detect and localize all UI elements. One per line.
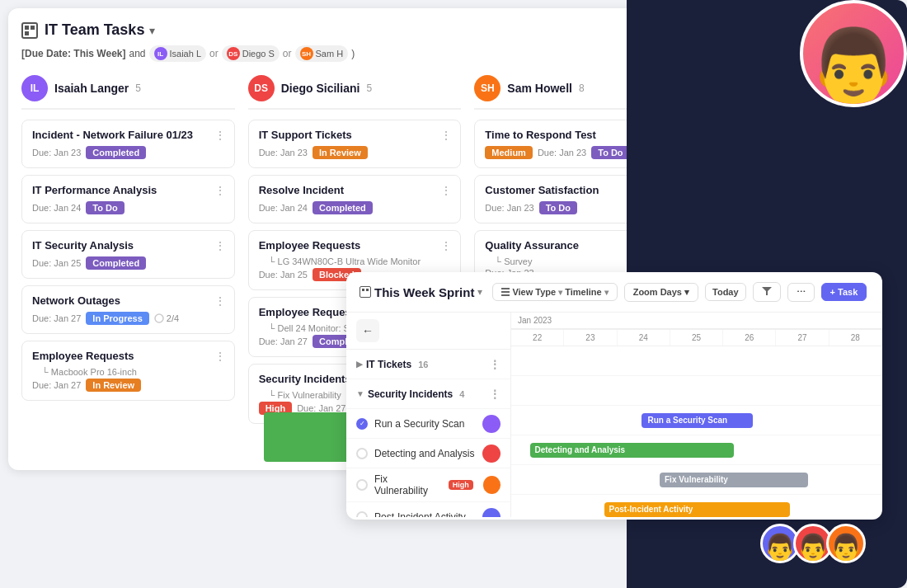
task-meta: Due: Jan 23 Completed <box>32 146 224 159</box>
avatar-isaiah: IL <box>21 75 48 101</box>
task-check-done[interactable]: ✓ <box>356 418 368 430</box>
gantt-row-detecting: Detecting and Analysis <box>511 435 882 465</box>
gantt-chevron[interactable]: ▾ <box>477 286 482 298</box>
task-more-icon[interactable]: ⋮ <box>214 294 226 308</box>
task-check[interactable] <box>356 448 368 459</box>
svg-rect-4 <box>362 289 364 291</box>
more-button[interactable]: ⋯ <box>787 283 815 302</box>
column-count-sam: 8 <box>579 82 585 94</box>
filter-text: [Due Date: This Week] <box>21 48 125 59</box>
assignee-avatar <box>483 476 500 494</box>
svg-rect-5 <box>366 289 369 291</box>
status-badge: In Review <box>313 146 368 159</box>
filter-button[interactable] <box>753 282 781 302</box>
gantt-bar-fix-vuln: Fix Vulnerability <box>660 473 808 487</box>
svg-rect-7 <box>501 291 510 293</box>
add-task-button[interactable]: + Task <box>821 283 867 301</box>
task-title: Employee Requests <box>32 350 224 362</box>
due-label: Due: Jan 23 <box>538 148 586 158</box>
assignee-avatar <box>482 415 500 433</box>
zoom-button[interactable]: Zoom Days ▾ <box>624 283 698 302</box>
due-label: Due: Jan 27 <box>259 336 308 346</box>
due-label: Due: Jan 23 <box>259 148 308 158</box>
task-card: IT Support Tickets Due: Jan 23 In Review… <box>248 120 462 168</box>
gantt-group-security[interactable]: ▼ Security Incidents 4 ⋮ <box>346 379 510 409</box>
task-card: Incident - Network Failure 01/23 Due: Ja… <box>21 120 235 168</box>
due-label: Due: Jan 24 <box>32 203 81 213</box>
board-title: IT Team Tasks <box>45 21 144 39</box>
gantt-task-item: Post-Incident Activity <box>346 502 510 517</box>
task-check[interactable] <box>356 479 368 491</box>
profile-avatar-emoji: 👨 <box>807 30 900 104</box>
task-subtitle: └ LG 34WN80C-B Ultra Wide Monitor <box>259 256 451 266</box>
due-label: Due: Jan 27 <box>32 380 81 390</box>
status-badge: Completed <box>86 146 146 159</box>
task-name: Detecting and Analysis <box>374 448 474 459</box>
avatar-il: IL <box>154 47 167 60</box>
task-card: Network Outages Due: Jan 27 In Progress … <box>21 285 235 334</box>
due-label: Due: Jan 25 <box>32 258 81 268</box>
date-23: 23 <box>564 330 617 346</box>
expand-icon: ▼ <box>356 389 364 398</box>
group-more-icon[interactable]: ⋮ <box>489 388 500 401</box>
task-more-icon[interactable]: ⋮ <box>214 239 226 252</box>
task-more-icon[interactable]: ⋮ <box>440 129 452 142</box>
filter-user-1: IL Isaiah L <box>149 45 207 62</box>
bottom-avatar-3-emoji: 👨 <box>829 534 862 561</box>
svg-point-3 <box>155 314 163 322</box>
today-button[interactable]: Today <box>705 283 746 301</box>
group-name: Security Incidents <box>368 388 453 400</box>
task-check[interactable] <box>356 511 368 518</box>
gantt-controls: View Type ▾ Timeline ▾ Zoom Days ▾ Today… <box>492 282 867 302</box>
board-icon <box>21 22 38 39</box>
group-more-icon[interactable]: ⋮ <box>489 358 500 371</box>
date-27: 27 <box>776 330 829 346</box>
task-meta: Due: Jan 27 In Progress 2/4 <box>32 312 224 325</box>
gantt-days-header: 22 23 24 25 26 27 28 <box>511 330 882 346</box>
status-badge: To Do <box>539 201 577 214</box>
task-meta: Due: Jan 27 In Review <box>32 379 224 392</box>
board-header: IT Team Tasks ▾ <box>21 21 688 39</box>
task-more-icon[interactable]: ⋮ <box>440 239 452 252</box>
task-card: IT Performance Analysis Due: Jan 24 To D… <box>21 175 235 223</box>
due-label: Due: Jan 23 <box>32 148 81 158</box>
gantt-date-header: Jan 2023 <box>511 313 882 330</box>
date-26: 26 <box>723 330 776 346</box>
task-title: Network Outages <box>32 294 224 307</box>
priority-badge: High <box>449 480 473 490</box>
status-badge: To Do <box>86 201 124 214</box>
view-type-button[interactable]: View Type ▾ Timeline ▾ <box>492 283 617 301</box>
task-more-icon[interactable]: ⋮ <box>214 184 226 197</box>
gantt-bar-security-scan: Run a Security Scan <box>641 413 753 428</box>
column-isaiah: IL Isaiah Langer 5 Incident - Network Fa… <box>21 75 235 453</box>
back-arrow-button[interactable]: ← <box>356 319 379 342</box>
gantt-group-it-tickets[interactable]: ▶ IT Tickets 16 ⋮ <box>346 350 510 379</box>
task-card: Resolve Incident Due: Jan 24 Completed ⋮ <box>248 175 462 223</box>
task-title: IT Security Analysis <box>32 239 224 252</box>
column-name-sam: Sam Howell <box>507 82 572 95</box>
task-more-icon[interactable]: ⋮ <box>214 129 226 142</box>
task-meta: Due: Jan 25 Completed <box>32 256 224 270</box>
due-label: Due: Jan 25 <box>259 270 308 280</box>
due-label: Due: Jan 23 <box>485 203 533 213</box>
profile-photo: 👨 <box>800 0 907 107</box>
board-title-chevron[interactable]: ▾ <box>149 24 155 37</box>
avatar-diego: DS <box>248 75 275 101</box>
svg-rect-8 <box>501 294 510 296</box>
column-header-diego: DS Diego Siciliani 5 <box>248 75 462 110</box>
gantt-row-it-tickets <box>511 346 882 376</box>
column-name-diego: Diego Siciliani <box>281 82 360 95</box>
gantt-tasks-list: ← ▶ IT Tickets 16 ⋮ ▼ Security Incidents… <box>346 313 511 517</box>
filter-row: [Due Date: This Week] and IL Isaiah L or… <box>21 45 688 62</box>
task-title: Resolve Incident <box>259 184 451 196</box>
gantt-title-area: This Week Sprint ▾ <box>360 285 482 299</box>
date-25: 25 <box>670 330 723 346</box>
bottom-avatar-2-emoji: 👨 <box>797 534 829 561</box>
task-more-icon[interactable]: ⋮ <box>440 184 452 197</box>
task-title: Incident - Network Failure 01/23 <box>32 129 224 141</box>
filter-user-2: DS Diego S <box>222 45 280 62</box>
task-more-icon[interactable]: ⋮ <box>214 350 226 363</box>
gantt-panel: This Week Sprint ▾ View Type ▾ Timeline … <box>346 272 882 520</box>
task-progress: 2/4 <box>154 313 179 323</box>
gantt-task-item: Fix Vulnerability High <box>346 468 510 502</box>
